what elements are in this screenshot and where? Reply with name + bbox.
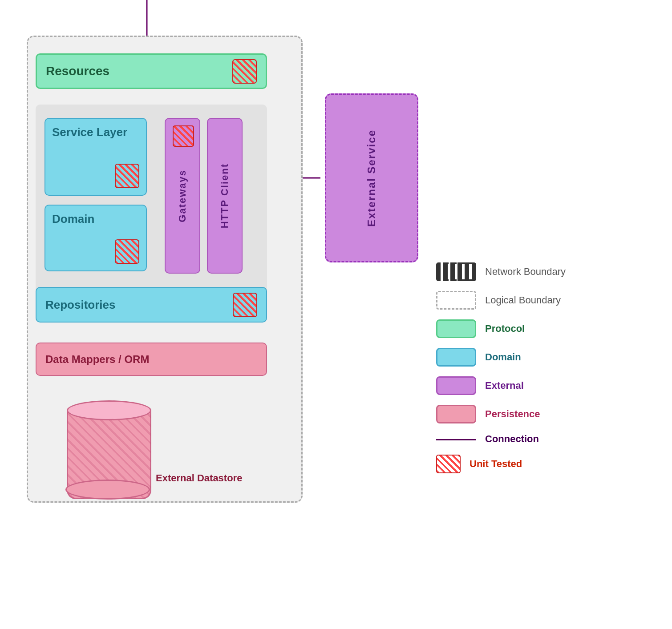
external-service-box: External Service <box>325 93 418 262</box>
legend-item-persistence: Persistence <box>436 405 566 423</box>
unit-tested-badge-domain <box>115 239 139 264</box>
resources-box: Resources <box>36 53 267 89</box>
domain-label: Domain <box>52 212 139 226</box>
data-mappers-box: Data Mappers / ORM <box>36 343 267 376</box>
external-datastore-container <box>67 400 151 498</box>
legend-symbol-external <box>436 376 476 395</box>
legend: Network Boundary Logical Boundary Protoc… <box>436 262 566 483</box>
domain-box: Domain <box>45 205 147 271</box>
legend-item-domain: Domain <box>436 348 566 367</box>
unit-tested-badge-gateways <box>173 125 194 147</box>
unit-tested-badge-service <box>115 164 139 188</box>
legend-label-network: Network Boundary <box>485 266 566 278</box>
gateways-box: Gateways <box>165 118 200 274</box>
gateways-label: Gateways <box>177 169 188 222</box>
legend-symbol-network <box>436 262 476 281</box>
unit-tested-badge-repos <box>233 293 257 317</box>
legend-label-unit-tested: Unit Tested <box>470 458 522 470</box>
legend-label-external: External <box>485 380 524 391</box>
service-layer-label: Service Layer <box>52 125 139 139</box>
legend-item-network: Network Boundary <box>436 262 566 281</box>
external-service-label: External Service <box>365 129 378 227</box>
legend-item-unit-tested: Unit Tested <box>436 455 566 473</box>
unit-tested-badge-resources <box>232 59 257 84</box>
legend-item-external: External <box>436 376 566 395</box>
legend-label-connection: Connection <box>485 433 539 445</box>
external-datastore-label: External Datastore <box>156 472 242 485</box>
legend-symbol-logical <box>436 291 476 310</box>
datastore-top-ellipse <box>67 400 151 420</box>
legend-symbol-protocol <box>436 319 476 338</box>
datastore-bottom-ellipse <box>65 480 150 500</box>
legend-label-protocol: Protocol <box>485 323 525 335</box>
legend-symbol-connection <box>436 439 476 440</box>
legend-label-logical: Logical Boundary <box>485 294 561 306</box>
data-mappers-label: Data Mappers / ORM <box>45 353 149 366</box>
legend-item-protocol: Protocol <box>436 319 566 338</box>
repositories-label: Repositories <box>45 298 233 312</box>
resources-label: Resources <box>46 64 232 78</box>
legend-item-logical: Logical Boundary <box>436 291 566 310</box>
legend-label-domain: Domain <box>485 351 521 363</box>
http-client-label: HTTP Client <box>219 163 231 228</box>
legend-symbol-unit-tested <box>436 455 461 473</box>
legend-symbol-domain <box>436 348 476 367</box>
legend-symbol-persistence <box>436 405 476 423</box>
http-client-box: HTTP Client <box>207 118 243 274</box>
legend-label-persistence: Persistence <box>485 408 540 420</box>
legend-item-connection: Connection <box>436 433 566 445</box>
service-layer-box: Service Layer <box>45 118 147 196</box>
repositories-box: Repositories <box>36 287 267 323</box>
